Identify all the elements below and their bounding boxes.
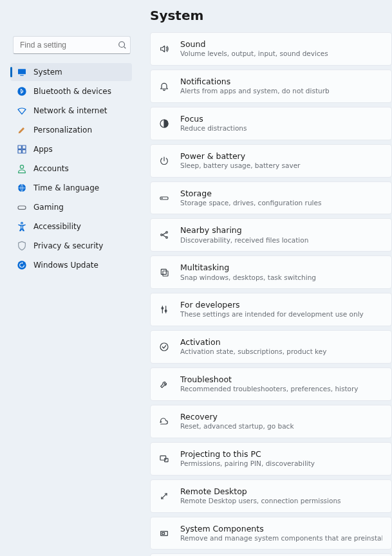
setting-text: FocusReduce distractions <box>180 114 382 133</box>
svg-point-24 <box>160 343 168 351</box>
bell-icon <box>158 80 170 92</box>
sidebar-item-label: Gaming <box>33 203 64 212</box>
setting-subtitle: These settings are intended for developm… <box>180 310 382 319</box>
speaker-icon <box>158 43 170 55</box>
main-panel: System SoundVolume levels, output, input… <box>138 0 392 556</box>
components-icon <box>158 528 170 539</box>
storage-icon <box>158 192 170 204</box>
svg-point-12 <box>21 222 23 224</box>
sidebar-item-gaming[interactable]: Gaming <box>10 198 132 216</box>
setting-subtitle: Snap windows, desktops, task switching <box>180 273 382 283</box>
setting-text: StorageStorage space, drives, configurat… <box>180 189 382 208</box>
multitask-icon <box>158 266 170 278</box>
remote-icon <box>158 490 170 502</box>
sidebar-item-time[interactable]: Time & language <box>10 179 132 197</box>
recovery-icon <box>158 416 170 427</box>
svg-rect-11 <box>18 206 26 209</box>
svg-rect-7 <box>18 150 21 153</box>
svg-point-0 <box>119 42 125 48</box>
setting-title: Power & battery <box>180 151 382 162</box>
settings-list: SoundVolume levels, output, input, sound… <box>138 32 392 556</box>
search-input[interactable] <box>19 40 118 50</box>
setting-subtitle: Storage space, drives, configuration rul… <box>180 199 382 208</box>
setting-title: Focus <box>180 114 382 124</box>
setting-subtitle: Activation state, subscriptions, product… <box>180 348 382 357</box>
gamepad-icon <box>17 202 27 212</box>
setting-recovery[interactable]: RecoveryReset, advanced startup, go back <box>150 405 392 438</box>
setting-developers[interactable]: For developersThese settings are intende… <box>150 293 392 326</box>
setting-clipboard[interactable]: ClipboardCut and copy history, sync, cle… <box>150 553 392 556</box>
sidebar-item-label: Accounts <box>33 164 69 173</box>
setting-text: SoundVolume levels, output, input, sound… <box>180 39 382 59</box>
sidebar-item-network[interactable]: Network & internet <box>10 102 132 120</box>
sidebar-item-label: Bluetooth & devices <box>33 87 111 96</box>
svg-rect-2 <box>18 69 26 74</box>
setting-title: Recovery <box>180 412 382 422</box>
svg-rect-5 <box>18 145 21 149</box>
sidebar-item-label: Windows Update <box>33 261 98 270</box>
globe-icon <box>17 183 27 193</box>
setting-troubleshoot[interactable]: TroubleshootRecommended troubleshooters,… <box>150 367 392 401</box>
system-icon <box>17 67 27 77</box>
dev-icon <box>158 304 170 315</box>
search-box[interactable] <box>13 36 131 54</box>
svg-point-18 <box>166 232 168 234</box>
setting-sound[interactable]: SoundVolume levels, output, input, sound… <box>150 32 392 66</box>
share-icon <box>158 229 170 241</box>
settings-window: SystemBluetooth & devicesNetwork & inter… <box>0 0 392 556</box>
setting-components[interactable]: System ComponentsRemove and manage syste… <box>150 517 392 550</box>
sidebar-item-label: Privacy & security <box>33 241 103 250</box>
setting-subtitle: Permissions, pairing PIN, discoverabilit… <box>180 459 382 468</box>
check-circle-icon <box>158 341 170 353</box>
wrench-icon <box>158 378 170 390</box>
setting-title: Notifications <box>180 77 382 87</box>
setting-nearby[interactable]: Nearby sharingDiscoverability, received … <box>150 218 392 252</box>
svg-rect-3 <box>20 75 23 76</box>
setting-subtitle: Reset, advanced startup, go back <box>180 422 382 431</box>
sidebar-item-label: Apps <box>33 145 53 154</box>
setting-remote[interactable]: Remote DesktopRemote Desktop users, conn… <box>150 479 392 513</box>
svg-rect-6 <box>23 145 26 149</box>
setting-subtitle: Remove and manage system components that… <box>180 534 382 543</box>
setting-subtitle: Reduce distractions <box>180 124 382 133</box>
setting-title: Troubleshoot <box>180 375 382 385</box>
setting-storage[interactable]: StorageStorage space, drives, configurat… <box>150 181 392 215</box>
setting-title: For developers <box>180 300 382 310</box>
sidebar-item-label: Time & language <box>33 183 99 192</box>
setting-text: System ComponentsRemove and manage syste… <box>180 524 382 543</box>
setting-multitask[interactable]: MultitaskingSnap windows, desktops, task… <box>150 255 392 289</box>
setting-text: TroubleshootRecommended troubleshooters,… <box>180 375 382 394</box>
setting-title: Storage <box>180 189 382 199</box>
svg-rect-20 <box>161 270 166 275</box>
bluetooth-icon <box>17 86 27 97</box>
setting-notifications[interactable]: NotificationsAlerts from apps and system… <box>150 70 392 103</box>
sidebar-item-label: System <box>33 68 62 77</box>
setting-subtitle: Alerts from apps and system, do not dist… <box>180 87 382 96</box>
sidebar-item-privacy[interactable]: Privacy & security <box>10 237 132 255</box>
search-icon <box>118 41 127 50</box>
setting-subtitle: Sleep, battery usage, battery saver <box>180 162 382 171</box>
setting-subtitle: Discoverability, received files location <box>180 236 382 245</box>
setting-text: Remote DesktopRemote Desktop users, conn… <box>180 486 382 506</box>
setting-project[interactable]: Projecting to this PCPermissions, pairin… <box>150 442 392 476</box>
setting-title: Activation <box>180 337 382 348</box>
sidebar-item-personalize[interactable]: Personalization <box>10 121 132 139</box>
sidebar-item-label: Network & internet <box>33 106 107 115</box>
sidebar-item-update[interactable]: Windows Update <box>10 256 132 274</box>
page-title: System <box>150 8 380 23</box>
setting-text: ActivationActivation state, subscription… <box>180 337 382 357</box>
setting-text: Power & batterySleep, battery usage, bat… <box>180 151 382 171</box>
person-icon <box>17 163 27 174</box>
svg-rect-25 <box>160 456 166 460</box>
setting-focus[interactable]: FocusReduce distractions <box>150 107 392 140</box>
sidebar-item-system[interactable]: System <box>10 63 132 81</box>
setting-power[interactable]: Power & batterySleep, battery usage, bat… <box>150 144 392 178</box>
setting-text: For developersThese settings are intende… <box>180 300 382 319</box>
setting-activation[interactable]: ActivationActivation state, subscription… <box>150 330 392 364</box>
sidebar-item-accessibility[interactable]: Accessibility <box>10 218 132 236</box>
setting-title: Sound <box>180 39 382 50</box>
sidebar-item-bluetooth[interactable]: Bluetooth & devices <box>10 82 132 100</box>
sidebar-item-apps[interactable]: Apps <box>10 140 132 158</box>
svg-point-17 <box>161 234 163 236</box>
sidebar-item-accounts[interactable]: Accounts <box>10 160 132 178</box>
